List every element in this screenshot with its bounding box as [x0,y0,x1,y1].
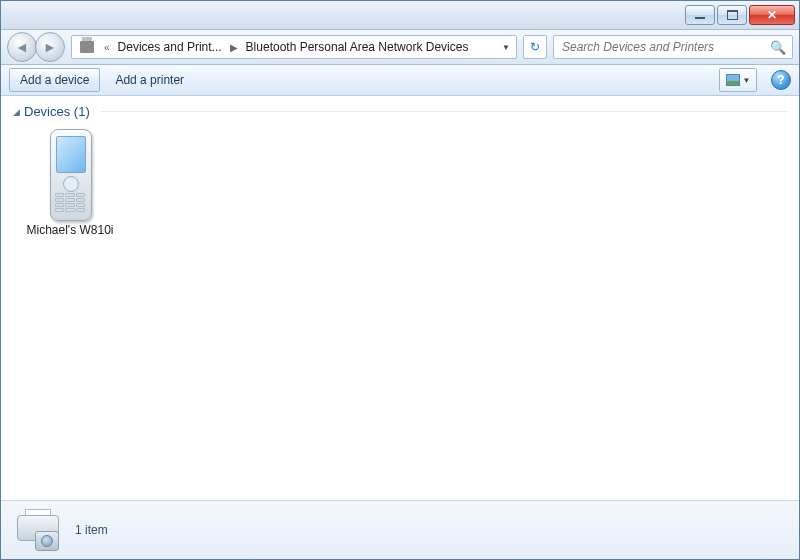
maximize-button[interactable] [717,5,747,25]
forward-button[interactable]: ► [35,32,65,62]
command-bar: Add a device Add a printer ▼ ? [1,65,799,96]
refresh-button[interactable]: ↻ [523,35,547,59]
devices-printers-large-icon [13,509,63,551]
help-icon: ? [777,73,784,87]
status-text: 1 item [75,523,108,537]
group-header-devices[interactable]: ◢ Devices (1) [13,104,787,119]
maximize-icon [727,10,738,20]
breadcrumb-dropdown[interactable]: ▼ [502,43,510,52]
back-arrow-icon: ◄ [15,39,29,55]
nav-history-buttons: ◄ ► [7,32,65,62]
add-printer-button[interactable]: Add a printer [104,68,195,92]
chevron-right-icon[interactable]: ▶ [228,42,240,53]
add-device-button[interactable]: Add a device [9,68,100,92]
chevron-down-icon: ▼ [743,76,751,85]
search-icon[interactable]: 🔍 [770,40,786,55]
details-pane: 1 item [1,500,799,559]
collapse-triangle-icon[interactable]: ◢ [13,107,20,117]
navigation-bar: ◄ ► « Devices and Print... ▶ Bluetooth P… [1,30,799,65]
device-label: Michael's W810i [27,223,114,237]
breadcrumb-root-icon[interactable] [74,36,102,58]
refresh-icon: ↻ [530,40,540,54]
breadcrumb-seg-bluetooth[interactable]: Bluetooth Personal Area Network Devices [240,36,475,58]
phone-icon [46,129,94,219]
help-button[interactable]: ? [771,70,791,90]
thumbnail-icon [726,74,740,86]
breadcrumb-overflow[interactable]: « [102,42,112,53]
content-area: ◢ Devices (1) Michael's W810i [1,96,799,500]
forward-arrow-icon: ► [43,39,57,55]
back-button[interactable]: ◄ [7,32,37,62]
group-header-label: Devices (1) [24,104,90,119]
minimize-icon [695,17,705,19]
devices-printers-icon [80,41,94,53]
view-options-button[interactable]: ▼ [719,68,757,92]
search-input[interactable] [560,39,770,55]
close-icon: ✕ [767,8,777,22]
device-item[interactable]: Michael's W810i [15,129,125,237]
search-box[interactable]: 🔍 [553,35,793,59]
breadcrumb[interactable]: « Devices and Print... ▶ Bluetooth Perso… [71,35,517,59]
minimize-button[interactable] [685,5,715,25]
group-header-rule [100,111,787,112]
device-list: Michael's W810i [13,125,787,241]
close-button[interactable]: ✕ [749,5,795,25]
explorer-window: ✕ ◄ ► « Devices and Print... ▶ Bluetooth… [0,0,800,560]
title-bar: ✕ [1,1,799,30]
breadcrumb-seg-devices[interactable]: Devices and Print... [112,36,228,58]
